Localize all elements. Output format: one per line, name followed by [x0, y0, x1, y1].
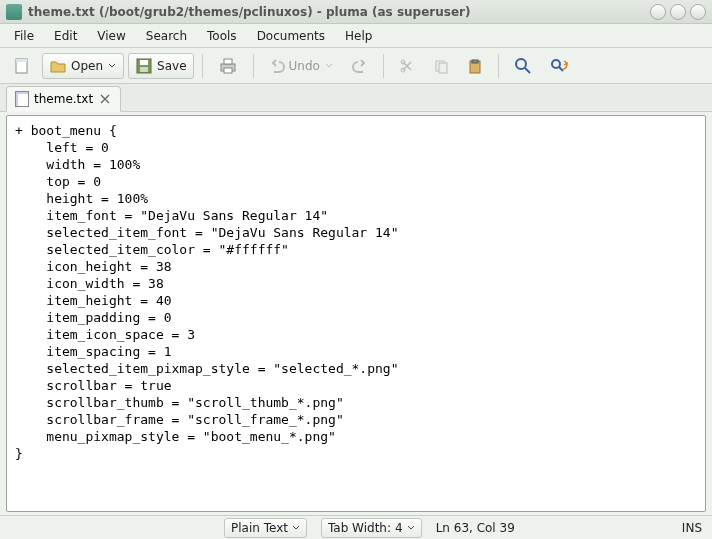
- open-label: Open: [71, 59, 103, 73]
- svg-point-16: [552, 60, 560, 68]
- menubar: File Edit View Search Tools Documents He…: [0, 24, 712, 48]
- open-dropdown-arrow[interactable]: [107, 61, 117, 71]
- find-replace-icon: [550, 57, 570, 75]
- undo-button[interactable]: Undo: [262, 54, 341, 78]
- copy-button[interactable]: [426, 54, 456, 78]
- save-label: Save: [157, 59, 186, 73]
- svg-rect-13: [472, 60, 478, 63]
- menu-help[interactable]: Help: [335, 26, 382, 46]
- chevron-down-icon: [292, 524, 300, 532]
- svg-rect-4: [140, 67, 148, 72]
- undo-dropdown-arrow[interactable]: [324, 61, 334, 71]
- language-selector[interactable]: Plain Text: [224, 518, 307, 538]
- close-window-button[interactable]: [690, 4, 706, 20]
- menu-search[interactable]: Search: [136, 26, 197, 46]
- printer-icon: [218, 56, 238, 76]
- tab-width-label: Tab Width:: [328, 521, 391, 535]
- toolbar-separator: [498, 54, 499, 78]
- tab-close-button[interactable]: [98, 92, 112, 106]
- save-icon: [135, 57, 153, 75]
- document-icon: [15, 91, 29, 107]
- svg-line-15: [525, 68, 530, 73]
- redo-icon: [352, 58, 368, 74]
- svg-line-17: [559, 67, 563, 71]
- folder-open-icon: [49, 57, 67, 75]
- minimize-button[interactable]: [650, 4, 666, 20]
- svg-rect-1: [16, 59, 27, 62]
- language-label: Plain Text: [231, 521, 288, 535]
- undo-label: Undo: [289, 59, 320, 73]
- close-icon: [100, 94, 110, 104]
- scissors-icon: [399, 58, 415, 74]
- clipboard-icon: [467, 58, 483, 74]
- statusbar: Plain Text Tab Width: 4 Ln 63, Col 39 IN…: [0, 515, 712, 539]
- chevron-down-icon: [407, 524, 415, 532]
- tab-width-selector[interactable]: Tab Width: 4: [321, 518, 422, 538]
- toolbar-separator: [253, 54, 254, 78]
- menu-view[interactable]: View: [87, 26, 135, 46]
- tab-label: theme.txt: [34, 92, 93, 106]
- svg-rect-7: [224, 68, 232, 73]
- cut-button[interactable]: [392, 54, 422, 78]
- window-title: theme.txt (/boot/grub2/themes/pclinuxos)…: [28, 5, 646, 19]
- copy-icon: [433, 58, 449, 74]
- new-file-icon: [13, 57, 31, 75]
- tab-width-value: 4: [395, 521, 403, 535]
- menu-documents[interactable]: Documents: [247, 26, 335, 46]
- text-editor[interactable]: + boot_menu { left = 0 width = 100% top …: [6, 115, 706, 512]
- toolbar: Open Save Undo: [0, 48, 712, 84]
- chevron-down-icon: [108, 62, 116, 70]
- open-button[interactable]: Open: [42, 53, 124, 79]
- redo-button[interactable]: [345, 54, 375, 78]
- editor-area-wrap: + boot_menu { left = 0 width = 100% top …: [0, 112, 712, 515]
- undo-icon: [269, 58, 285, 74]
- toolbar-separator: [383, 54, 384, 78]
- paste-button[interactable]: [460, 54, 490, 78]
- tab-theme-txt[interactable]: theme.txt: [6, 86, 121, 112]
- menu-edit[interactable]: Edit: [44, 26, 87, 46]
- find-button[interactable]: [507, 53, 539, 79]
- search-icon: [514, 57, 532, 75]
- insert-mode[interactable]: INS: [682, 521, 702, 535]
- window-titlebar: theme.txt (/boot/grub2/themes/pclinuxos)…: [0, 0, 712, 24]
- save-button[interactable]: Save: [128, 53, 193, 79]
- svg-rect-6: [224, 59, 232, 64]
- cursor-position: Ln 63, Col 39: [436, 521, 515, 535]
- app-icon: [6, 4, 22, 20]
- menu-file[interactable]: File: [4, 26, 44, 46]
- svg-point-14: [516, 59, 526, 69]
- toolbar-separator: [202, 54, 203, 78]
- menu-tools[interactable]: Tools: [197, 26, 247, 46]
- chevron-down-icon: [325, 62, 333, 70]
- document-tabbar: theme.txt: [0, 84, 712, 112]
- print-button[interactable]: [211, 52, 245, 80]
- find-replace-button[interactable]: [543, 53, 577, 79]
- svg-rect-3: [140, 60, 148, 65]
- maximize-button[interactable]: [670, 4, 686, 20]
- new-file-button[interactable]: [6, 53, 38, 79]
- svg-rect-11: [439, 63, 447, 73]
